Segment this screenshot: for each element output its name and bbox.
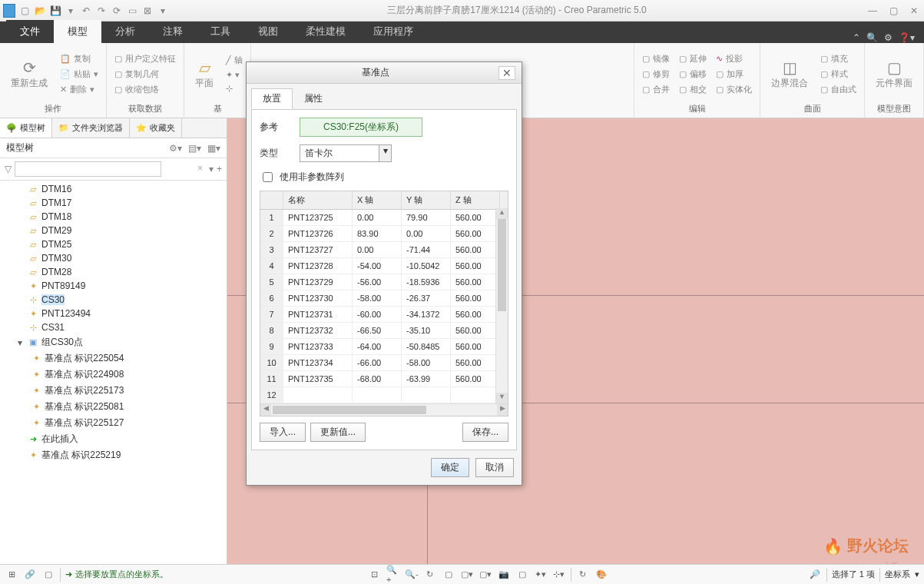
open-icon[interactable]: 📂 <box>34 5 46 17</box>
cell-y[interactable] <box>402 387 451 403</box>
cell-y[interactable]: -63.99 <box>402 371 451 387</box>
tree-item[interactable]: ✦基准点 标识224908 <box>0 367 227 383</box>
cell-name[interactable]: PNT123728 <box>283 258 353 274</box>
tree-item[interactable]: ⊹CS30 <box>0 293 227 307</box>
thicken-item[interactable]: ▢ 加厚 <box>713 67 755 81</box>
minimize-button[interactable]: — <box>865 5 880 16</box>
cell-name[interactable]: PNT123727 <box>283 242 353 257</box>
tree-item[interactable]: ⊹CS31 <box>0 320 227 334</box>
tab-model[interactable]: 模型 <box>54 20 101 43</box>
sb-refit-icon[interactable]: ↻ <box>423 568 437 582</box>
userfeat-item[interactable]: ▢ 用户定义特征 <box>111 51 179 66</box>
cell-x[interactable]: -68.00 <box>353 371 402 387</box>
cell-z[interactable]: 560.00 <box>451 242 500 257</box>
maximize-button[interactable]: ▢ <box>886 5 901 16</box>
sb-zoomout-icon[interactable]: 🔍- <box>405 568 419 582</box>
redo-icon[interactable]: ↷ <box>95 5 108 17</box>
cell-x[interactable]: -58.00 <box>353 290 402 306</box>
table-hscroll[interactable]: ◀ ▶ <box>260 403 508 416</box>
merge-item[interactable]: ▢ 合并 <box>639 82 673 97</box>
hscroll-thumb[interactable] <box>273 406 426 414</box>
sidebar-tab-folder[interactable]: 📁 文件夹浏览器 <box>52 118 130 138</box>
cell-x[interactable]: -60.00 <box>353 307 402 322</box>
ribbon-help-icon[interactable]: ⌃ <box>853 32 860 43</box>
style-item[interactable]: ▢ 样式 <box>817 67 859 81</box>
cell-name[interactable] <box>283 387 353 403</box>
trim-item[interactable]: ▢ 修剪 <box>639 67 673 81</box>
tree-item[interactable]: ✦PNT89149 <box>0 279 227 293</box>
cell-y[interactable]: -26.37 <box>402 290 451 306</box>
update-button[interactable]: 更新值... <box>310 423 366 442</box>
dialog-titlebar[interactable]: 基准点 ✕ <box>247 62 522 84</box>
sb-link-icon[interactable]: 🔗 <box>23 568 37 582</box>
tree-item[interactable]: ▱DTM18 <box>0 210 227 224</box>
cell-x[interactable]: 0.00 <box>353 210 402 225</box>
table-row[interactable]: 2PNT12372683.900.00560.00 <box>260 226 508 242</box>
ok-button[interactable]: 确定 <box>431 458 469 477</box>
help-dd-icon[interactable]: ❓▾ <box>899 32 915 43</box>
sb-find-icon[interactable]: 🔎 <box>808 568 822 582</box>
model-tree[interactable]: ▱DTM16▱DTM17▱DTM18▱DTM29▱DTM25▱DTM30▱DTM… <box>0 181 227 564</box>
tree-show-icon[interactable]: ▤▾ <box>188 143 201 154</box>
tree-item[interactable]: ✦基准点 标识225081 <box>0 399 227 415</box>
close-win-icon[interactable]: ⊠ <box>141 5 154 17</box>
qat-dd-icon[interactable]: ▾ <box>157 5 169 17</box>
tab-view[interactable]: 视图 <box>244 20 292 43</box>
table-row[interactable]: 10PNT123734-66.00-58.00560.00 <box>260 355 508 371</box>
col-name[interactable]: 名称 <box>283 191 353 209</box>
bblend-button[interactable]: ◫边界混合 <box>765 55 814 93</box>
cell-name[interactable]: PNT123731 <box>283 307 353 322</box>
sb-tree-icon[interactable]: ⊞ <box>5 568 18 582</box>
cell-z[interactable]: 560.00 <box>451 371 500 387</box>
vscroll-thumb[interactable] <box>498 219 506 311</box>
tree-item[interactable]: ▱DTM25 <box>0 237 227 251</box>
sb-persp-icon[interactable]: ▢ <box>515 568 529 582</box>
table-row[interactable]: 11PNT123735-68.00-63.99560.00 <box>260 371 508 387</box>
settings-icon[interactable]: ⚙ <box>884 32 893 43</box>
filter-input[interactable] <box>15 161 161 177</box>
tree-item[interactable]: ➜在此插入 <box>0 431 227 447</box>
col-x[interactable]: X 轴 <box>353 191 402 209</box>
col-z[interactable]: Z 轴 <box>451 191 500 209</box>
import-button[interactable]: 导入... <box>260 423 306 442</box>
undo-icon[interactable]: ↶ <box>80 5 92 17</box>
cell-name[interactable]: PNT123735 <box>283 371 353 387</box>
cell-x[interactable]: 83.90 <box>353 226 402 241</box>
sidebar-tab-fav[interactable]: ⭐ 收藏夹 <box>130 118 182 138</box>
sb-annot-icon[interactable]: ✦▾ <box>534 568 548 582</box>
intersect-item[interactable]: ▢ 相交 <box>676 82 710 97</box>
table-row[interactable]: 12 <box>260 387 508 403</box>
tree-display-icon[interactable]: ▦▾ <box>207 143 220 154</box>
search-icon[interactable]: 🔍 <box>866 32 878 43</box>
filter-dd-icon[interactable]: ▾ <box>209 164 214 174</box>
cell-x[interactable]: -64.00 <box>353 339 402 354</box>
cell-z[interactable] <box>451 387 500 403</box>
type-select[interactable]: 笛卡尔 ▾ <box>300 144 392 162</box>
sb-3d-icon[interactable]: ▢ <box>41 568 55 582</box>
windows-icon[interactable]: ▭ <box>126 5 138 17</box>
col-y[interactable]: Y 轴 <box>402 191 451 209</box>
cell-y[interactable]: -58.00 <box>402 355 451 370</box>
csys-item[interactable]: ⊹ <box>223 82 246 95</box>
filter-add-icon[interactable]: + <box>217 164 222 174</box>
selection-filter[interactable]: 坐标系 <box>885 569 910 580</box>
tree-item[interactable]: ✦PNT123494 <box>0 307 227 320</box>
cell-y[interactable]: 0.00 <box>402 226 451 241</box>
tree-item[interactable]: ✦基准点 标识225127 <box>0 415 227 431</box>
table-row[interactable]: 7PNT123731-60.00-34.1372560.00 <box>260 307 508 323</box>
paste-item[interactable]: 📄 粘贴 ▾ <box>57 67 101 81</box>
type-dropdown-icon[interactable]: ▾ <box>379 145 391 161</box>
tree-item[interactable]: ▱DTM29 <box>0 224 227 237</box>
mirror-item[interactable]: ▢ 镜像 <box>639 51 673 66</box>
cell-z[interactable]: 560.00 <box>451 226 500 241</box>
table-row[interactable]: 6PNT123730-58.00-26.37560.00 <box>260 290 508 307</box>
sb-view3-icon[interactable]: ▢▾ <box>479 568 492 582</box>
cell-name[interactable]: PNT123729 <box>283 274 353 290</box>
hscroll-right-icon[interactable]: ▶ <box>497 404 508 416</box>
cell-x[interactable]: -66.50 <box>353 323 402 338</box>
point-item[interactable]: ✦ ▾ <box>223 68 246 81</box>
delete-item[interactable]: ✕ 删除 ▾ <box>57 82 101 97</box>
cell-z[interactable]: 560.00 <box>451 210 500 225</box>
tab-tools[interactable]: 工具 <box>197 20 244 43</box>
vscroll-up-icon[interactable]: ▲ <box>496 208 508 219</box>
